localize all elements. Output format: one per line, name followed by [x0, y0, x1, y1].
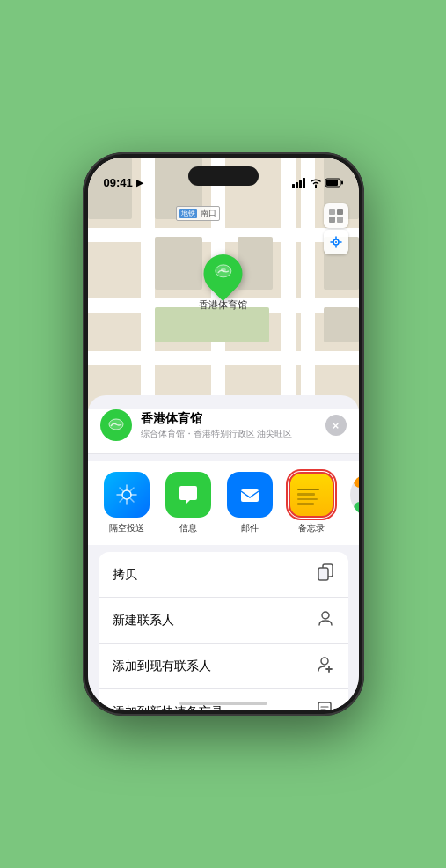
svg-rect-7: [329, 209, 335, 215]
venue-subtitle: 综合体育馆・香港特别行政区 油尖旺区: [141, 428, 325, 440]
share-item-mail[interactable]: 邮件: [223, 472, 276, 534]
svg-rect-19: [318, 568, 328, 580]
mail-icon: [227, 472, 273, 518]
map-area: 地铁 南口: [88, 158, 359, 422]
share-item-airdrop[interactable]: 隔空投送: [100, 472, 153, 534]
copy-icon: [317, 563, 334, 585]
close-button[interactable]: ×: [325, 415, 347, 436]
svg-rect-5: [326, 180, 338, 186]
venue-header: 香港体育馆 综合体育馆・香港特别行政区 油尖旺区 ×: [88, 409, 359, 454]
status-icons: [292, 178, 343, 189]
svg-rect-1: [296, 182, 298, 188]
svg-rect-0: [292, 184, 295, 188]
share-item-message[interactable]: 信息: [162, 472, 215, 534]
venue-info: 香港体育馆 综合体育馆・香港特别行政区 油尖旺区: [141, 411, 325, 440]
venue-name: 香港体育馆: [141, 411, 325, 427]
location-pin: 香港体育馆: [199, 254, 247, 312]
action-list: 拷贝 新建联系人: [99, 552, 348, 710]
battery-icon: [325, 178, 343, 189]
signal-icon: [292, 178, 306, 189]
svg-rect-2: [299, 180, 302, 188]
share-item-more[interactable]: 推: [347, 472, 359, 534]
map-controls: [324, 203, 348, 254]
status-time: 09:41 ▶: [104, 176, 143, 189]
clock: 09:41: [104, 176, 133, 189]
action-item-quick-note[interactable]: 添加到新快速备忘录: [99, 689, 348, 710]
phone-screen: 09:41 ▶: [88, 158, 359, 710]
new-contact-label: 新建联系人: [113, 613, 174, 629]
message-icon: [165, 472, 211, 518]
wifi-icon: [310, 178, 322, 189]
add-existing-label: 添加到现有联系人: [113, 658, 211, 674]
phone-frame: 09:41 ▶: [83, 152, 364, 716]
message-label: 信息: [179, 522, 197, 534]
pin-inner-icon: [214, 262, 233, 286]
location-icon: ▶: [136, 178, 143, 188]
svg-rect-17: [241, 489, 259, 502]
svg-rect-8: [337, 209, 343, 215]
dynamic-island: [188, 166, 259, 186]
copy-label: 拷贝: [113, 567, 137, 583]
more-icon: [350, 472, 359, 518]
notes-icon: [289, 472, 334, 518]
airdrop-icon: [104, 472, 150, 518]
svg-rect-10: [337, 217, 343, 223]
location-button[interactable]: [324, 230, 348, 254]
share-item-notes[interactable]: 备忘录: [285, 472, 338, 534]
quick-note-icon: [317, 701, 334, 710]
airdrop-label: 隔空投送: [109, 522, 144, 534]
new-contact-icon: [317, 609, 334, 631]
notes-label: 备忘录: [298, 522, 325, 534]
share-row: 隔空投送 信息: [88, 461, 359, 545]
pin-circle: [195, 246, 250, 301]
svg-point-12: [335, 241, 337, 243]
svg-point-20: [322, 612, 329, 619]
svg-point-21: [321, 658, 328, 665]
home-indicator: [179, 702, 267, 705]
add-existing-icon: [317, 655, 334, 677]
mail-label: 邮件: [241, 522, 259, 534]
action-item-new-contact[interactable]: 新建联系人: [99, 598, 348, 644]
svg-rect-9: [329, 217, 335, 223]
svg-rect-6: [341, 181, 343, 185]
venue-icon: [100, 409, 132, 441]
svg-rect-3: [303, 178, 305, 188]
action-item-add-existing[interactable]: 添加到现有联系人: [99, 644, 348, 689]
map-label-text: 南口: [201, 209, 216, 217]
bottom-sheet: 香港体育馆 综合体育馆・香港特别行政区 油尖旺区 ×: [88, 395, 359, 710]
map-label-south: 地铁 南口: [176, 206, 221, 221]
map-type-button[interactable]: [324, 203, 348, 228]
action-item-copy[interactable]: 拷贝: [99, 552, 348, 598]
